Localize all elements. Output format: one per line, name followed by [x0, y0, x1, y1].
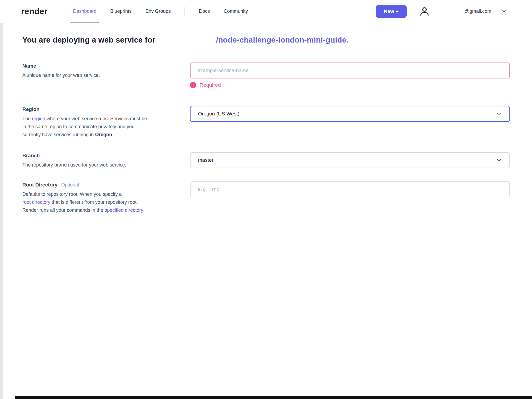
text-segment: Defaults to repository root. When you sp…: [22, 192, 122, 197]
nav-item-dashboard[interactable]: Dashboard: [73, 0, 96, 23]
page-title: You are deploying a web service for/node…: [22, 36, 510, 44]
nav-divider: [184, 7, 185, 16]
deploy-form: You are deploying a web service for/node…: [22, 23, 510, 214]
name-description: A unique name for your web service.: [22, 71, 190, 79]
nav-item-docs[interactable]: Docs: [199, 0, 210, 23]
text-segment: currently have services running in: [22, 132, 95, 137]
top-navbar: render Dashboard Blueprints Env Groups D…: [0, 0, 532, 23]
chevron-down-icon: [496, 157, 502, 163]
text-segment: The: [22, 116, 32, 121]
branch-selected-value: master: [198, 157, 213, 163]
region-desc-line: in the same region to communicate privat…: [22, 123, 190, 131]
text-segment: Oregon: [95, 132, 112, 137]
chevron-down-icon: [501, 8, 507, 14]
branch-label: Branch: [22, 153, 190, 159]
region-field-row: Region The region where your web service…: [22, 106, 510, 139]
text-segment: where your web service runs. Services mu…: [45, 116, 147, 121]
page-left-edge: [0, 23, 3, 399]
text-segment: Render runs all your commands in the: [22, 207, 105, 213]
root-directory-input[interactable]: [190, 181, 510, 197]
branch-select[interactable]: master: [190, 152, 510, 168]
inline-link[interactable]: root directory: [22, 200, 50, 205]
title-prefix: You are deploying a web service for: [22, 36, 155, 44]
optional-tag: Optional: [61, 182, 79, 188]
root-desc-line: Defaults to repository root. When you sp…: [22, 190, 190, 198]
region-select[interactable]: Oregon (US West): [190, 106, 510, 122]
repo-link[interactable]: /node-challenge-london-mini-guide.: [216, 36, 349, 44]
name-field-row: Name A unique name for your web service.…: [22, 63, 510, 88]
root-directory-label: Root DirectoryOptional: [22, 182, 190, 188]
root-desc-line: root directory that is different from yo…: [22, 198, 190, 206]
nav-item-community[interactable]: Community: [224, 0, 248, 23]
error-icon: !: [190, 82, 196, 88]
error-text: Required: [200, 82, 221, 88]
region-desc-line: currently have services running in Orego…: [22, 131, 190, 139]
name-error: ! Required: [190, 82, 510, 88]
inline-link[interactable]: region: [32, 116, 45, 121]
render-logo[interactable]: render: [21, 7, 47, 16]
service-name-input[interactable]: [190, 63, 510, 78]
region-description: The region where your web service runs. …: [22, 115, 190, 139]
user-avatar-icon[interactable]: [418, 5, 431, 18]
bottom-black-bar: [15, 396, 532, 399]
chevron-down-icon: [496, 111, 502, 117]
region-desc-line: The region where your web service runs. …: [22, 115, 190, 123]
branch-field-row: Branch The repository branch used for yo…: [22, 152, 510, 169]
person-icon: [418, 5, 431, 18]
nav-item-blueprints[interactable]: Blueprints: [110, 0, 131, 23]
root-directory-field-row: Root DirectoryOptional Defaults to repos…: [22, 181, 510, 214]
root-directory-description: Defaults to repository root. When you sp…: [22, 190, 190, 214]
text-segment: that is different from your repository r…: [50, 200, 138, 205]
region-label: Region: [22, 106, 190, 112]
text-segment: in the same region to communicate privat…: [22, 124, 134, 129]
new-button[interactable]: New +: [376, 5, 407, 18]
text-segment: .: [112, 132, 113, 137]
name-label: Name: [22, 63, 190, 69]
inline-link[interactable]: specified directory: [105, 207, 143, 213]
root-desc-line: Render runs all your commands in the spe…: [22, 206, 190, 214]
account-email[interactable]: @gmail.com: [465, 9, 491, 14]
account-menu-toggle[interactable]: [501, 8, 507, 14]
nav-item-env-groups[interactable]: Env Groups: [145, 0, 171, 23]
branch-description: The repository branch used for your web …: [22, 161, 190, 169]
region-selected-value: Oregon (US West): [198, 111, 240, 117]
primary-nav: Dashboard Blueprints Env Groups Docs Com…: [73, 0, 248, 23]
